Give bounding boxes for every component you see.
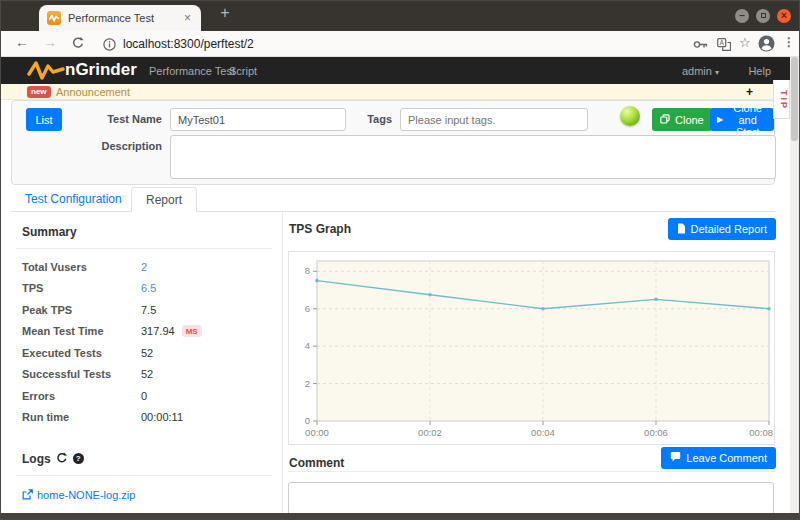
forward-icon[interactable]: →: [43, 34, 57, 50]
svg-text:00:08: 00:08: [749, 427, 773, 438]
password-key-icon[interactable]: [693, 37, 708, 55]
tab-close-icon[interactable]: ×: [182, 11, 193, 25]
run-time-value: 00:00:11: [141, 411, 183, 423]
summary-row-executed-tests: Executed Tests 52: [16, 342, 272, 364]
announcement-expand-icon[interactable]: +: [746, 85, 753, 99]
status-ball-icon[interactable]: [620, 106, 640, 126]
test-name-input[interactable]: [170, 108, 346, 131]
brand-name[interactable]: nGrinder: [65, 60, 137, 80]
summary-row-successful-tests: Successful Tests 52: [16, 364, 272, 386]
divider: [16, 475, 272, 476]
tab-test-configuration[interactable]: Test Configuration: [11, 187, 136, 212]
external-link-icon: [22, 486, 33, 504]
help-link[interactable]: Help: [748, 65, 771, 77]
document-icon: [677, 223, 686, 236]
profile-avatar[interactable]: [758, 35, 775, 56]
browser-tab[interactable]: Performance Test ×: [39, 5, 201, 31]
scrollbar-thumb[interactable]: [791, 57, 798, 141]
log-file-link[interactable]: home-NONE-log.zip: [37, 489, 135, 501]
test-name-label: Test Name: [72, 108, 162, 131]
summary-row-mean-test-time: Mean Test Time 317.94 MS: [16, 321, 272, 343]
ngrinder-logo-icon[interactable]: [27, 58, 65, 87]
description-label: Description: [72, 135, 162, 158]
logs-title: Logs: [22, 452, 51, 466]
test-header-card: List Test Name Tags Clone ▶ Clone and St…: [11, 100, 775, 185]
list-button[interactable]: List: [26, 108, 62, 131]
summary-row-errors: Errors 0: [16, 385, 272, 407]
admin-menu[interactable]: admin ▾: [682, 65, 719, 77]
svg-text:00:02: 00:02: [418, 427, 442, 438]
detailed-report-button[interactable]: Detailed Report: [668, 218, 776, 240]
help-question-icon[interactable]: ?: [73, 453, 84, 464]
ngrinder-navbar: nGrinder Performance Test Script admin ▾…: [1, 57, 799, 84]
logs-section: Logs ? home-NONE-log.zip: [16, 449, 272, 504]
tab-report[interactable]: Report: [131, 187, 197, 212]
description-textarea[interactable]: [170, 135, 776, 179]
log-file-row: home-NONE-log.zip: [16, 486, 272, 504]
clone-button[interactable]: Clone: [652, 108, 712, 131]
tps-chart-svg: 0246800:0000:0200:0400:0600:08: [289, 252, 774, 444]
svg-text:4: 4: [305, 340, 310, 351]
announcement-bar: new Announcement +: [1, 84, 799, 100]
refresh-icon[interactable]: [56, 450, 68, 468]
peak-tps-value: 7.5: [141, 304, 156, 316]
browser-menu-kebab-icon[interactable]: ⋮: [783, 35, 795, 49]
minimize-button[interactable]: –: [735, 9, 749, 23]
clone-icon: [660, 114, 670, 126]
browser-window: Performance Test × + – × ← → localhost:8…: [0, 0, 800, 520]
address-bar[interactable]: localhost:8300/perftest/2: [123, 37, 254, 51]
comment-title: Comment: [289, 456, 344, 470]
summary-row-total-vusers: Total Vusers 2: [16, 256, 272, 278]
svg-text:0: 0: [305, 415, 310, 426]
nav-script[interactable]: Script: [229, 65, 257, 77]
summary-row-tps: TPS 6.5: [16, 278, 272, 300]
summary-row-peak-tps: Peak TPS 7.5: [16, 299, 272, 321]
summary-panel: Summary Total Vusers 2 TPS 6.5 Peak TPS …: [16, 212, 272, 428]
window-bottom-border: [1, 513, 799, 519]
play-icon: ▶: [717, 115, 723, 124]
window-controls: – ×: [735, 9, 791, 23]
leave-comment-button[interactable]: Leave Comment: [661, 447, 776, 469]
tags-label: Tags: [354, 108, 392, 131]
svg-text:00:06: 00:06: [644, 427, 668, 438]
svg-text:6: 6: [305, 303, 310, 314]
site-info-icon[interactable]: [103, 37, 116, 55]
svg-text:00:04: 00:04: [531, 427, 555, 438]
tab-title: Performance Test: [68, 12, 182, 24]
svg-text:8: 8: [305, 265, 310, 276]
back-icon[interactable]: ←: [15, 34, 29, 50]
divider: [16, 248, 272, 249]
browser-toolbar: ← → localhost:8300/perftest/2 A ☆ ⋮: [1, 31, 799, 57]
clone-and-start-button[interactable]: ▶ Clone and Start: [710, 108, 774, 131]
svg-text:A: A: [720, 39, 725, 46]
total-vusers-value[interactable]: 2: [141, 261, 147, 273]
tps-chart: 0246800:0000:0200:0400:0600:08: [288, 251, 775, 445]
close-window-button[interactable]: ×: [777, 9, 791, 23]
browser-titlebar: Performance Test × + – ×: [1, 1, 799, 31]
announcement-label[interactable]: Announcement: [56, 86, 130, 98]
new-badge: new: [27, 86, 51, 98]
tip-tab[interactable]: TIP: [773, 80, 790, 119]
ngrinder-favicon-icon: [47, 11, 61, 25]
mean-test-time-value: 317.94: [141, 325, 175, 337]
summary-row-run-time: Run time 00:00:11: [16, 407, 272, 429]
reload-icon[interactable]: [71, 36, 85, 54]
errors-value: 0: [141, 390, 147, 402]
translate-icon[interactable]: A: [717, 37, 731, 55]
tps-value[interactable]: 6.5: [141, 282, 156, 294]
page-scrollbar[interactable]: [790, 57, 799, 513]
speech-bubble-icon: [670, 452, 681, 464]
tags-input[interactable]: [400, 108, 588, 131]
column-divider: [282, 212, 283, 513]
ms-unit-badge: MS: [182, 325, 202, 337]
bookmark-star-icon[interactable]: ☆: [739, 35, 751, 50]
svg-text:00:00: 00:00: [305, 427, 329, 438]
maximize-button[interactable]: [756, 9, 770, 23]
new-tab-button[interactable]: +: [213, 4, 237, 22]
chevron-down-icon: ▾: [715, 68, 719, 77]
nav-performance-test[interactable]: Performance Test: [149, 65, 235, 77]
svg-text:2: 2: [305, 378, 310, 389]
successful-tests-value: 52: [141, 368, 153, 380]
summary-title: Summary: [22, 225, 272, 239]
summary-rows: Total Vusers 2 TPS 6.5 Peak TPS 7.5 Mean…: [16, 256, 272, 428]
